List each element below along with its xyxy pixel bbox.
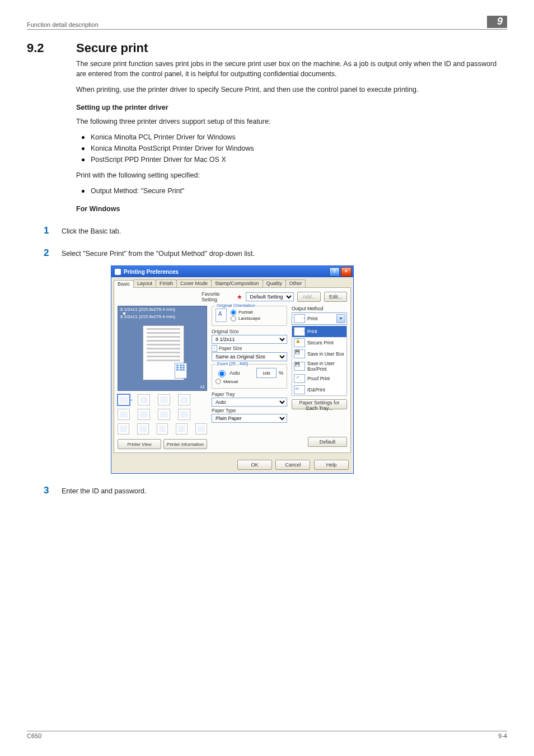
- zoom-value[interactable]: [256, 368, 277, 378]
- chevron-down-icon: [336, 314, 345, 323]
- tab-finish[interactable]: Finish: [156, 279, 177, 287]
- portrait-label: Portrait: [238, 310, 253, 315]
- help-icon[interactable]: ?: [329, 267, 340, 277]
- dropdown-item-proof-print[interactable]: Proof Print: [292, 373, 346, 384]
- section-number: 9.2: [27, 41, 63, 55]
- list-item: PostScript PPD Printer Driver for Mac OS…: [76, 155, 507, 165]
- layout-thumb-icon[interactable]: [195, 423, 207, 435]
- paper-type-label: Paper Type: [212, 408, 287, 413]
- output-method-dropdown: Print Secure Print Save in User Box Save…: [292, 326, 347, 396]
- section-heading: 9.2 Secure print: [27, 41, 507, 55]
- landscape-radio[interactable]: [231, 316, 236, 321]
- output-method-label: Output Method: [292, 306, 347, 311]
- screenshot-printing-preferences: Printing Preferences ? × Basic Layout Fi…: [111, 265, 507, 474]
- original-size-select[interactable]: 8 1/2x11: [212, 335, 287, 344]
- layout-thumb-icon[interactable]: [118, 409, 130, 420]
- dropdown-item-secure-print[interactable]: Secure Print: [292, 337, 346, 348]
- default-button[interactable]: Default: [308, 437, 347, 447]
- tab-quality[interactable]: Quality: [263, 279, 286, 287]
- titlebar: Printing Preferences ? ×: [111, 266, 353, 277]
- layout-thumb-icon[interactable]: [137, 423, 149, 435]
- paper-size-select[interactable]: Same as Original Size: [212, 352, 287, 361]
- help-button[interactable]: Help: [314, 460, 349, 470]
- proof-icon: [294, 374, 305, 383]
- calendar-icon: [175, 363, 187, 379]
- landscape-label: Landscape: [238, 316, 260, 321]
- zoom-ratio: x1: [200, 384, 205, 389]
- layout-thumb-icon[interactable]: [158, 409, 170, 420]
- layout-thumb-icon[interactable]: [157, 423, 168, 435]
- dropdown-item-id-print[interactable]: ID&Print: [292, 384, 346, 395]
- print-icon: [294, 327, 305, 336]
- add-button[interactable]: Add...: [297, 292, 321, 302]
- tab-cover-mode[interactable]: Cover Mode: [176, 279, 212, 287]
- paper-tray-label: Paper Tray: [212, 391, 287, 397]
- page-header: Function detail description 9: [27, 16, 507, 30]
- id-icon: [294, 385, 305, 394]
- paper-tray-select[interactable]: Auto: [212, 398, 287, 407]
- tab-other[interactable]: Other: [285, 279, 306, 287]
- paper-icon: [212, 345, 217, 352]
- cancel-button[interactable]: Cancel: [275, 460, 310, 470]
- layout-thumb-icon[interactable]: [176, 423, 188, 435]
- favorite-label: Favorite Setting: [202, 291, 233, 302]
- portrait-icon: [216, 309, 227, 322]
- printer-view-button[interactable]: Printer View: [118, 439, 161, 449]
- chapter-badge: 9: [487, 16, 507, 28]
- subheading-windows: For Windows: [76, 204, 507, 214]
- zoom-manual-radio[interactable]: [216, 379, 221, 384]
- orientation-fieldset: Original Orientation Portrait Landscape: [212, 306, 287, 326]
- step-1: 1 Click the Basic tab.: [44, 225, 507, 236]
- zoom-manual-label: Manual: [223, 379, 238, 384]
- step-number: 2: [44, 248, 54, 259]
- list-item: Konica Minolta PostScript Printer Driver…: [76, 143, 507, 153]
- preview-size-out: 8 1/2x11 (215.9x279.4 mm): [120, 314, 175, 319]
- step-text: Click the Basic tab.: [62, 227, 121, 235]
- tab-layout[interactable]: Layout: [133, 279, 156, 287]
- layout-thumb-icon[interactable]: [158, 394, 170, 405]
- step-text: Enter the ID and password.: [62, 487, 146, 495]
- paper-settings-button[interactable]: Paper Settings for Each Tray...: [292, 399, 347, 409]
- layout-thumb-icon[interactable]: [138, 409, 150, 420]
- dropdown-item-print[interactable]: Print: [292, 326, 346, 337]
- ok-button[interactable]: OK: [237, 460, 272, 470]
- app-icon: [115, 269, 121, 275]
- output-method-select[interactable]: Print: [292, 312, 347, 325]
- step-3: 3 Enter the ID and password.: [44, 485, 507, 496]
- star-icon: [237, 293, 243, 300]
- preview-size-in: 8 1/2x11 (215.9x279.4 mm): [120, 307, 175, 312]
- zoom-auto-radio[interactable]: [218, 370, 226, 377]
- save-icon: [294, 349, 305, 358]
- subheading-driver-setup: Setting up the printer driver: [76, 102, 507, 113]
- tab-basic[interactable]: Basic: [114, 280, 134, 288]
- window-title: Printing Preferences: [124, 269, 328, 275]
- step-number: 3: [44, 485, 54, 496]
- paper-type-select[interactable]: Plain Paper: [212, 414, 287, 423]
- close-icon[interactable]: ×: [341, 267, 352, 277]
- paper-size-label: Paper Size: [212, 345, 287, 352]
- layout-thumb-icon[interactable]: [138, 394, 150, 405]
- list-item: Output Method: "Secure Print": [76, 186, 507, 196]
- layout-thumb-icon[interactable]: [178, 394, 190, 405]
- layout-thumb-icon[interactable]: [118, 423, 129, 435]
- intro-paragraph-1: The secure print function saves print jo…: [76, 59, 507, 79]
- layout-thumb-icon[interactable]: [178, 409, 190, 420]
- print-with: Print with the following setting specifi…: [76, 170, 507, 180]
- layout-thumb-icon[interactable]: [118, 394, 130, 405]
- original-size-label: Original Size: [212, 329, 287, 334]
- tab-strip: Basic Layout Finish Cover Mode Stamp/Com…: [114, 279, 351, 288]
- footer-page: 9-4: [498, 732, 507, 739]
- edit-button[interactable]: Edit...: [324, 292, 347, 302]
- portrait-radio[interactable]: [231, 310, 236, 315]
- dropdown-item-save-user-box[interactable]: Save in User Box: [292, 348, 346, 360]
- driver-list: Konica Minolta PCL Printer Driver for Wi…: [76, 132, 507, 165]
- zoom-fieldset: Zoom [25...400] Auto % Manual: [212, 364, 287, 389]
- favorite-select[interactable]: Default Setting: [246, 292, 294, 301]
- printer-information-button[interactable]: Printer Information: [163, 439, 207, 449]
- output-method-value: Print: [307, 316, 318, 321]
- tab-stamp-composition[interactable]: Stamp/Composition: [211, 279, 263, 287]
- intro-paragraph-2: When printing, use the printer driver to…: [76, 85, 507, 95]
- step-text: Select "Secure Print" from the "Output M…: [62, 250, 255, 258]
- dropdown-item-save-user-box-print[interactable]: Save in User Box/Print: [292, 360, 346, 373]
- section-title: Secure print: [76, 41, 148, 55]
